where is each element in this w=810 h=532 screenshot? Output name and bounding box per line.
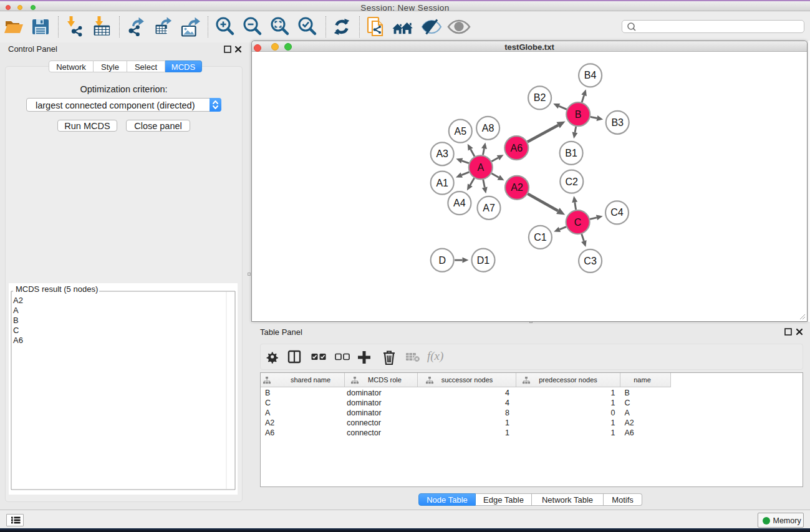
svg-text:C1: C1	[534, 232, 547, 243]
svg-text:A1: A1	[436, 178, 448, 188]
svg-text:C3: C3	[584, 256, 597, 266]
svg-text:A: A	[477, 162, 484, 173]
svg-text:D1: D1	[477, 255, 490, 266]
svg-text:B: B	[575, 109, 582, 120]
svg-text:A4: A4	[453, 198, 466, 208]
svg-text:D: D	[438, 255, 446, 266]
svg-text:B3: B3	[611, 117, 624, 128]
svg-text:C2: C2	[566, 177, 579, 187]
svg-text:B2: B2	[534, 92, 546, 103]
svg-text:B1: B1	[565, 148, 577, 158]
svg-text:A6: A6	[511, 143, 523, 153]
svg-text:A5: A5	[455, 126, 467, 137]
svg-text:C4: C4	[610, 207, 624, 218]
svg-text:C: C	[574, 217, 582, 228]
svg-text:B4: B4	[584, 70, 597, 80]
svg-text:A3: A3	[436, 148, 448, 159]
svg-text:A7: A7	[483, 203, 495, 213]
svg-text:A2: A2	[511, 182, 523, 193]
svg-text:A8: A8	[482, 123, 494, 133]
